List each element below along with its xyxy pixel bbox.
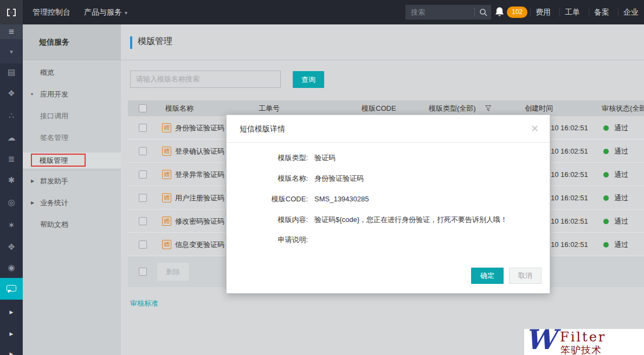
template-name-link[interactable]: 用户注册验证码 <box>175 186 224 210</box>
sidebar-item-stats[interactable]: ▶业务统计 <box>23 196 121 210</box>
menu-products[interactable]: 产品与服务▾ <box>84 0 127 24</box>
target-icon[interactable]: ◎ <box>0 195 23 210</box>
topbar-divider <box>530 8 531 17</box>
sms-sidebar: 短信服务 概览 ▾应用开发 接口调用 签名管理 模版管理 ▶群发助手 ▶业务统计… <box>23 24 121 355</box>
select-all-checkbox[interactable] <box>139 104 147 112</box>
status-pass-dot <box>603 242 609 248</box>
column-template-code: 模版CODE <box>362 100 396 116</box>
sidebar-divider <box>23 60 121 60</box>
aliyun-logo[interactable] <box>0 0 23 24</box>
sms-service-rail-item[interactable]: ··· <box>0 278 23 300</box>
query-button[interactable]: 查询 <box>293 71 324 88</box>
sms-template-detail-modal: 短信模版详情 ✕ 模版类型: 验证码 模版名称: 身份验证验证码 模版CODE:… <box>226 115 550 294</box>
hamburger-icon[interactable]: ≡ <box>0 25 23 39</box>
chevron-down-icon: ▾ <box>125 10 127 16</box>
wfilter-watermark: W Filter 笨驴技术 <box>524 329 644 355</box>
product-icon-rail: ≡ ▾ ▤ ❖ ∴ ☁ ≣ ✱ ◎ ✶ ✥ ◉ ··· ▶ ▶ ▶ <box>0 24 23 355</box>
delete-button[interactable]: 删除 <box>157 263 189 281</box>
link-ticket[interactable]: 工单 <box>565 0 580 24</box>
status-pass-dot <box>603 172 609 178</box>
search-divider <box>474 8 475 17</box>
topbar-divider <box>618 8 619 17</box>
expand-arrow-icon[interactable]: ▶ <box>0 347 23 355</box>
search-icon[interactable] <box>479 8 487 16</box>
template-name-link[interactable]: 身份验证验证码 <box>175 116 224 140</box>
aliyun-logo-icon <box>5 7 18 18</box>
row-checkbox[interactable] <box>139 124 147 132</box>
gear-icon[interactable]: ✱ <box>0 173 23 187</box>
shield-icon[interactable]: ❖ <box>0 86 23 100</box>
share-nodes-icon[interactable]: ∴ <box>0 109 23 123</box>
template-search-input[interactable]: 请输入模版名称搜索 <box>130 71 281 88</box>
created-time: 10 16:02:51 <box>551 210 588 233</box>
row-checkbox[interactable] <box>139 240 147 249</box>
close-icon[interactable]: ✕ <box>531 115 539 142</box>
review-standard-link[interactable]: 审核标准 <box>130 299 158 308</box>
template-name-link[interactable]: 修改密码验证码 <box>175 210 224 233</box>
notification-bell-icon[interactable] <box>495 7 504 17</box>
menu-console[interactable]: 管理控制台 <box>33 0 70 24</box>
caret-right-icon: ▶ <box>31 196 34 210</box>
status-pass-dot <box>603 195 609 201</box>
row-checkbox[interactable] <box>139 217 147 225</box>
eye-icon[interactable]: ◉ <box>0 261 23 275</box>
gift-badge: 赠 <box>162 217 171 226</box>
column-template-name: 模版名称 <box>165 100 194 116</box>
sidebar-item-mass-send[interactable]: ▶群发助手 <box>23 174 121 188</box>
column-status[interactable]: 审核状态(全部 <box>602 100 644 116</box>
servers-icon[interactable]: ▤ <box>0 65 23 79</box>
star-network-icon[interactable]: ✶ <box>0 218 23 232</box>
cancel-button[interactable]: 取消 <box>509 268 542 284</box>
gift-badge: 赠 <box>162 123 171 132</box>
header-divider <box>121 60 644 60</box>
sidebar-item-api-call[interactable]: 接口调用 <box>23 109 121 123</box>
chat-bubble-icon: ··· <box>7 285 16 291</box>
expand-arrow-icon[interactable]: ▶ <box>0 327 23 341</box>
template-name-link[interactable]: 登录异常验证码 <box>175 163 224 186</box>
created-time: 10 16:02:51 <box>551 163 588 186</box>
footer-checkbox[interactable] <box>139 268 147 276</box>
field-value-code: SMS_139430285 <box>314 193 369 205</box>
created-time: 10 16:02:51 <box>551 186 588 210</box>
row-checkbox[interactable] <box>139 194 147 202</box>
sidebar-title: 短信服务 <box>39 24 69 60</box>
link-icp[interactable]: 备案 <box>594 0 609 24</box>
status-pass-dot <box>603 149 609 154</box>
global-search-input[interactable]: 搜索 <box>405 5 491 20</box>
cloud-icon[interactable]: ☁ <box>0 131 23 145</box>
layers-icon[interactable]: ≣ <box>0 152 23 166</box>
row-checkbox[interactable] <box>139 170 147 179</box>
template-search-placeholder: 请输入模版名称搜索 <box>136 71 199 87</box>
notification-count-badge[interactable]: 102 <box>507 7 527 18</box>
collapse-caret-icon[interactable]: ▾ <box>0 45 23 59</box>
status-label: 通过 <box>614 140 628 163</box>
sidebar-item-app-dev[interactable]: ▾应用开发 <box>23 87 121 102</box>
sidebar-item-overview[interactable]: 概览 <box>23 66 121 80</box>
row-checkbox[interactable] <box>139 147 147 155</box>
caret-down-icon: ▾ <box>31 87 33 102</box>
field-label-type: 模版类型: <box>240 152 308 164</box>
sidebar-item-help[interactable]: 帮助文档 <box>23 218 121 232</box>
topbar-divider <box>559 8 560 17</box>
sidebar-item-signature[interactable]: 签名管理 <box>23 131 121 145</box>
status-pass-dot <box>603 125 609 131</box>
console-screen: 管理控制台 产品与服务▾ 搜索 102 费用 工单 备案 企业 ≡ ▾ ▤ ❖ <box>0 0 644 355</box>
expand-arrow-icon[interactable]: ▶ <box>0 305 23 319</box>
status-pass-dot <box>603 219 609 224</box>
link-billing[interactable]: 费用 <box>536 0 551 24</box>
column-template-type[interactable]: 模版类型(全部) <box>429 100 476 116</box>
watermark-subtitle: 笨驴技术 <box>561 344 602 355</box>
search-placeholder: 搜索 <box>411 5 425 20</box>
link-enterprise[interactable]: 企业 <box>623 0 639 24</box>
field-value-content: 验证码${code}，您正在进行身份验证，打死不要告诉别人哦！ <box>314 214 507 226</box>
column-created: 创建时间 <box>525 100 553 116</box>
confirm-button[interactable]: 确定 <box>471 268 504 284</box>
page-title: 模版管理 <box>138 36 172 47</box>
template-name-link[interactable]: 信息变更验证码 <box>175 233 224 256</box>
sidebar-divider <box>23 170 121 170</box>
template-name-link[interactable]: 登录确认验证码 <box>175 140 224 163</box>
sidebar-item-template[interactable]: 模版管理 <box>31 154 86 167</box>
status-label: 通过 <box>614 210 628 233</box>
filter-funnel-icon[interactable] <box>485 105 491 111</box>
chart-icon[interactable]: ✥ <box>0 240 23 254</box>
